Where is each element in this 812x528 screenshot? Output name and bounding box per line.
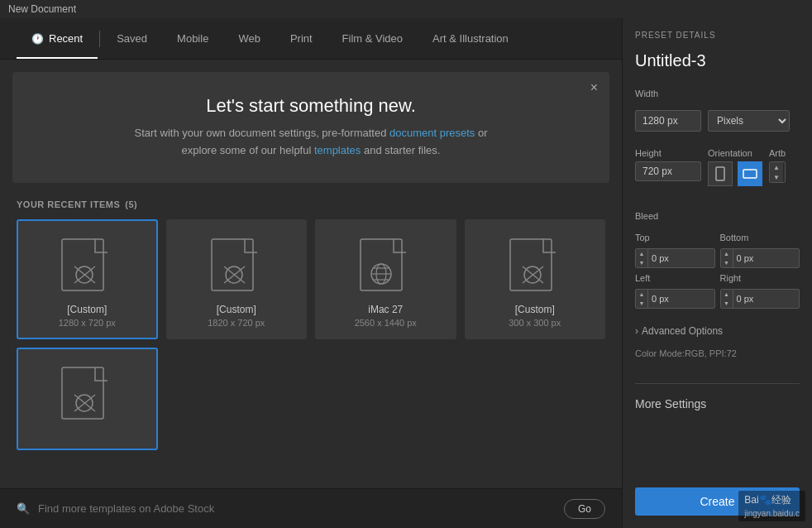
go-button[interactable]: Go — [564, 499, 605, 519]
artboard-down-button[interactable]: ▼ — [770, 172, 783, 182]
item-1-size: 1280 x 720 px — [59, 318, 116, 328]
bleed-right-input-row: ▲ ▼ — [720, 289, 800, 309]
tab-saved[interactable]: Saved — [102, 18, 162, 59]
main-container: 🕐 Recent Saved Mobile Web Print Film & V… — [0, 18, 812, 528]
tab-mobile-label: Mobile — [177, 32, 208, 45]
item-4-name: [Custom] — [515, 304, 555, 315]
bleed-right-field: Right ▲ ▼ — [720, 273, 800, 309]
document-icon-5 — [58, 366, 116, 432]
document-icon-3 — [356, 238, 414, 304]
templates-link[interactable]: templates — [314, 144, 361, 156]
bleed-label: Bleed — [635, 211, 800, 221]
bleed-bottom-stepper: ▲ ▼ — [721, 249, 733, 267]
right-panel: PRESET DETAILS Untitled-3 Width Pixels I… — [622, 18, 812, 528]
bleed-bottom-field: Bottom ▲ ▼ — [720, 233, 800, 268]
document-presets-link[interactable]: document presets — [389, 127, 475, 139]
width-input[interactable] — [635, 110, 701, 132]
item-2-name: [Custom] — [217, 304, 256, 315]
bleed-bottom-label: Bottom — [720, 233, 800, 242]
document-icon-1 — [58, 238, 116, 304]
create-button[interactable]: Create — [635, 487, 800, 516]
search-icon: 🔍 — [17, 502, 30, 515]
bleed-bottom-up[interactable]: ▲ — [721, 249, 733, 258]
bleed-grid: Top ▲ ▼ Bottom ▲ ▼ — [635, 233, 800, 309]
bleed-top-field: Top ▲ ▼ — [635, 233, 715, 268]
tab-web[interactable]: Web — [223, 18, 275, 59]
tab-recent[interactable]: 🕐 Recent — [17, 18, 98, 59]
document-icon-4 — [506, 238, 564, 304]
chevron-right-icon: › — [635, 325, 638, 337]
bleed-right-down[interactable]: ▼ — [721, 299, 733, 308]
orientation-buttons — [708, 161, 762, 186]
svg-rect-23 — [743, 170, 757, 178]
search-bar: 🔍 Go — [0, 488, 622, 528]
bleed-top-stepper: ▲ ▼ — [636, 249, 648, 267]
preset-details-label: PRESET DETAILS — [635, 31, 800, 40]
bleed-bottom-value[interactable] — [733, 251, 800, 266]
portrait-button[interactable] — [708, 161, 733, 186]
tab-mobile[interactable]: Mobile — [162, 18, 223, 59]
left-panel: 🕐 Recent Saved Mobile Web Print Film & V… — [0, 18, 622, 528]
bleed-top-label: Top — [635, 233, 715, 242]
height-group: Height — [635, 148, 701, 181]
item-1-name: [Custom] — [67, 304, 107, 315]
bleed-top-up[interactable]: ▲ — [636, 249, 647, 258]
bleed-right-value[interactable] — [733, 291, 800, 306]
banner-close-button[interactable]: × — [590, 80, 598, 95]
tab-web-label: Web — [238, 32, 260, 45]
recent-header: YOUR RECENT ITEMS (5) — [17, 199, 605, 209]
recent-item-1[interactable]: [Custom] 1280 x 720 px — [17, 219, 158, 339]
titlebar-text: New Document — [8, 3, 76, 15]
artboard-up-button[interactable]: ▲ — [770, 162, 783, 172]
welcome-banner: × Let's start something new. Start with … — [12, 72, 609, 183]
unit-select[interactable]: Pixels Inches Centimeters Millimeters Po… — [708, 110, 790, 132]
recent-item-2[interactable]: [Custom] 1820 x 720 px — [166, 219, 308, 339]
svg-rect-22 — [716, 167, 724, 180]
bleed-bottom-input-row: ▲ ▼ — [720, 248, 800, 268]
bleed-left-up[interactable]: ▲ — [636, 290, 647, 299]
advanced-options-toggle[interactable]: › Advanced Options — [635, 325, 800, 337]
artboard-label: Artb — [769, 148, 786, 158]
recent-header-label: YOUR RECENT ITEMS — [17, 199, 120, 209]
portrait-icon — [714, 166, 726, 181]
tab-print[interactable]: Print — [275, 18, 327, 59]
banner-title: Let's start something new. — [45, 95, 576, 117]
bleed-left-value[interactable] — [648, 291, 714, 306]
titlebar: New Document — [0, 0, 812, 18]
bleed-right-label: Right — [720, 273, 800, 283]
bleed-top-down[interactable]: ▼ — [636, 258, 647, 267]
bleed-bottom-down[interactable]: ▼ — [721, 258, 733, 267]
bleed-top-input-row: ▲ ▼ — [635, 248, 715, 268]
artboard-group: Artb ▲ ▼ — [769, 148, 786, 183]
bleed-left-field: Left ▲ ▼ — [635, 273, 715, 309]
recent-item-4[interactable]: [Custom] 300 x 300 px — [465, 219, 606, 339]
tab-art-illustration-label: Art & Illustration — [432, 32, 509, 45]
tab-film-video[interactable]: Film & Video — [327, 18, 418, 59]
recent-clock-icon: 🕐 — [31, 33, 44, 45]
divider-1 — [635, 383, 800, 384]
more-settings-link[interactable]: More Settings — [635, 397, 800, 410]
preset-name[interactable]: Untitled-3 — [635, 51, 800, 70]
tabs-bar: 🕐 Recent Saved Mobile Web Print Film & V… — [0, 18, 622, 60]
artboard-stepper[interactable]: ▲ ▼ — [769, 161, 786, 183]
width-row: Pixels Inches Centimeters Millimeters Po… — [635, 110, 800, 132]
item-2-size: 1820 x 720 px — [208, 318, 265, 328]
recent-item-5[interactable] — [17, 348, 158, 450]
tab-art-illustration[interactable]: Art & Illustration — [418, 18, 523, 59]
banner-subtitle: Start with your own document settings, p… — [45, 125, 576, 160]
recent-item-3[interactable]: iMac 27 2560 x 1440 px — [315, 219, 456, 339]
bleed-right-up[interactable]: ▲ — [721, 290, 733, 299]
height-input[interactable] — [635, 161, 701, 181]
banner-text-1: Start with your own document settings, p… — [134, 127, 389, 139]
bleed-left-stepper: ▲ ▼ — [636, 290, 648, 308]
tab-saved-label: Saved — [117, 32, 147, 45]
stock-search-input[interactable] — [38, 502, 556, 515]
recent-items-grid-2 — [17, 348, 605, 450]
landscape-button[interactable] — [738, 161, 762, 186]
item-4-size: 300 x 300 px — [509, 318, 561, 328]
recent-count: (5) — [125, 199, 137, 209]
bleed-right-stepper: ▲ ▼ — [721, 290, 733, 308]
bleed-left-down[interactable]: ▼ — [636, 299, 647, 308]
banner-text-3: and starter files. — [361, 144, 440, 156]
bleed-top-value[interactable] — [648, 251, 714, 266]
